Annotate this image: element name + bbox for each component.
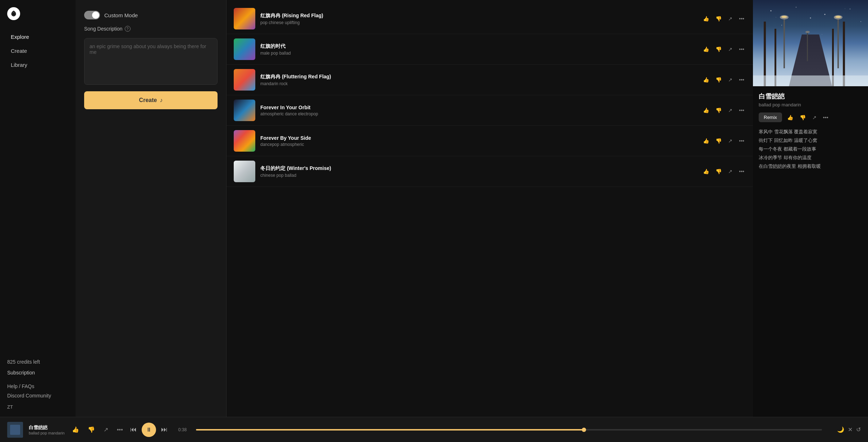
song-share-3[interactable]: ↗ [727, 106, 734, 115]
song-more-2[interactable]: ••• [737, 75, 746, 84]
song-info-0: 红旗冉冉 (Rising Red Flag) pop chinese uplif… [260, 13, 696, 25]
svg-point-0 [13, 13, 15, 15]
subscription-link[interactable]: Subscription [7, 370, 68, 376]
create-button[interactable]: Create ♪ [84, 91, 218, 109]
song-genre-0: pop chinese uplifting [260, 20, 696, 25]
help-icon[interactable]: ? [125, 26, 131, 32]
lyric-line: 冰冷的季节 却有你的温度 [759, 154, 862, 162]
svg-point-15 [796, 7, 796, 8]
play-pause-button[interactable]: ⏸ [142, 423, 156, 437]
song-share-0[interactable]: ↗ [727, 14, 734, 23]
svg-rect-5 [784, 18, 785, 68]
player-share-button[interactable]: ↗ [102, 425, 110, 434]
song-genre-2: mandarin rock [260, 81, 696, 86]
close-button[interactable]: ✕ [848, 426, 853, 433]
song-thumbnail-4 [234, 130, 255, 152]
song-like-2[interactable]: 👍 [702, 75, 711, 84]
song-like-0[interactable]: 👍 [702, 14, 711, 23]
song-genre-1: male pop ballad [260, 51, 696, 56]
song-share-5[interactable]: ↗ [727, 167, 734, 176]
song-like-4[interactable]: 👍 [702, 137, 711, 145]
song-like-5[interactable]: 👍 [702, 167, 711, 176]
song-dislike-0[interactable]: 👎 [714, 14, 723, 23]
lyric-line: 寒风中 雪花飘落 覆盖着寂寞 [759, 128, 862, 136]
song-dislike-5[interactable]: 👎 [714, 167, 723, 176]
sidebar-item-library[interactable]: Library [7, 59, 68, 71]
sidebar-item-create[interactable]: Create [7, 45, 68, 57]
custom-mode-toggle[interactable] [84, 11, 100, 19]
svg-rect-11 [807, 32, 808, 61]
now-playing-title: 白雪皑皑 [759, 92, 862, 101]
song-thumbnail-1 [234, 38, 255, 60]
song-genre-4: dancepop atmospheric [260, 142, 696, 147]
right-panel: 白雪皑皑 ballad pop mandarin Remix 👍 👎 ↗ •••… [753, 0, 868, 417]
sidebar-bottom: 825 credits left Subscription Help / FAQ… [0, 359, 76, 410]
song-list-item[interactable]: 红旗冉冉 (Fluttering Red Flag) mandarin rock… [227, 65, 753, 95]
song-list-item[interactable]: Forever In Your Orbit atmospheric dance … [227, 95, 753, 126]
song-like-3[interactable]: 👍 [702, 106, 711, 115]
help-link[interactable]: Help / FAQs [7, 383, 68, 389]
song-list-item[interactable]: 冬日的约定 (Winter's Promise) chinese pop bal… [227, 156, 753, 187]
song-genre-5: chinese pop ballad [260, 173, 696, 178]
svg-point-17 [850, 9, 850, 9]
song-share-1[interactable]: ↗ [727, 45, 734, 54]
player-track-info: 白雪皑皑 ballad pop mandarin [29, 424, 65, 435]
player-more-button[interactable]: ••• [115, 425, 124, 434]
player-dislike-button[interactable]: 👎 [86, 425, 96, 434]
next-button[interactable]: ⏭ [161, 426, 168, 433]
np-share-button[interactable]: ↗ [811, 113, 818, 122]
song-share-2[interactable]: ↗ [727, 75, 734, 84]
remix-button[interactable]: Remix [759, 112, 782, 122]
repeat-button[interactable]: ↺ [856, 426, 861, 433]
svg-rect-22 [10, 425, 20, 435]
np-like-button[interactable]: 👍 [786, 113, 795, 122]
sidebar-item-explore[interactable]: Explore [7, 31, 68, 43]
song-list-item[interactable]: Forever By Your Side dancepop atmospheri… [227, 126, 753, 156]
svg-point-19 [810, 18, 811, 19]
lyric-line: 街灯下 回忆如昨 温暖了心窝 [759, 137, 862, 144]
song-info-5: 冬日的约定 (Winter's Promise) chinese pop bal… [260, 165, 696, 178]
song-dislike-2[interactable]: 👎 [714, 75, 723, 84]
song-more-4[interactable]: ••• [737, 137, 746, 145]
song-description-input[interactable] [84, 38, 218, 85]
song-more-1[interactable]: ••• [737, 45, 746, 54]
song-actions-4: 👍 👎 ↗ ••• [702, 137, 746, 145]
progress-bar[interactable] [196, 429, 822, 431]
song-info-2: 红旗冉冉 (Fluttering Red Flag) mandarin rock [260, 74, 696, 86]
song-info-3: Forever In Your Orbit atmospheric dance … [260, 105, 696, 116]
song-list-item[interactable]: 红旗冉冉 (Rising Red Flag) pop chinese uplif… [227, 4, 753, 34]
song-thumbnail-3 [234, 100, 255, 121]
credits-display: 825 credits left [7, 359, 68, 365]
song-dislike-1[interactable]: 👎 [714, 45, 723, 54]
song-genre-3: atmospheric dance electropop [260, 111, 696, 116]
song-dislike-4[interactable]: 👎 [714, 137, 723, 145]
song-more-0[interactable]: ••• [737, 14, 746, 23]
svg-point-18 [781, 25, 782, 26]
sidebar-nav: Explore Create Library [0, 31, 76, 359]
song-description-label: Song Description ? [84, 26, 218, 32]
song-thumbnail-5 [234, 161, 255, 182]
song-list-item[interactable]: 红旗的时代 male pop ballad 👍 👎 ↗ ••• [227, 34, 753, 65]
np-more-button[interactable]: ••• [822, 113, 830, 122]
player-title: 白雪皑皑 [29, 424, 65, 431]
moon-button[interactable]: 🌙 [837, 426, 844, 433]
lyric-line: 在白雪皑皑的夜里 相拥着取暖 [759, 162, 862, 170]
song-thumbnail-0 [234, 8, 255, 29]
player-like-button[interactable]: 👍 [70, 425, 81, 434]
discord-link[interactable]: Discord Community [7, 393, 68, 399]
now-playing-genre: ballad pop mandarin [759, 102, 862, 107]
np-dislike-button[interactable]: 👎 [798, 113, 807, 122]
song-more-3[interactable]: ••• [737, 106, 746, 115]
create-panel: Custom Mode Song Description ? Create ♪ [76, 0, 227, 417]
song-more-5[interactable]: ••• [737, 167, 746, 176]
svg-point-12 [805, 31, 810, 33]
song-info-1: 红旗的时代 male pop ballad [260, 43, 696, 56]
svg-rect-13 [753, 75, 868, 86]
prev-button[interactable]: ⏮ [130, 426, 137, 433]
svg-point-14 [771, 10, 772, 11]
song-dislike-3[interactable]: 👎 [714, 106, 723, 115]
song-like-1[interactable]: 👍 [702, 45, 711, 54]
song-actions-0: 👍 👎 ↗ ••• [702, 14, 746, 23]
song-share-4[interactable]: ↗ [727, 137, 734, 145]
custom-mode-row: Custom Mode [84, 11, 218, 19]
